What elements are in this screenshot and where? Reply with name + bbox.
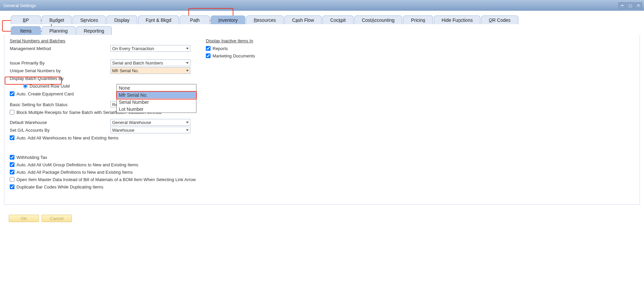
- inactive-heading: Display Inactive Items In: [206, 38, 253, 43]
- dup-barcode-check[interactable]: Duplicate Bar Codes While Duplicating It…: [10, 183, 198, 190]
- issue-by-combo[interactable]: Serial and Batch Numbers: [110, 59, 190, 66]
- unique-by-dropdown[interactable]: NoneMfr Serial No.Serial NumberLot Numbe…: [117, 84, 196, 113]
- unique-option[interactable]: Mfr Serial No.: [117, 91, 196, 98]
- subtab-items[interactable]: Items: [11, 26, 41, 35]
- right-column: Display Inactive Items In Reports Market…: [206, 37, 340, 59]
- tab-resources[interactable]: Resources: [246, 15, 284, 24]
- open-master-check[interactable]: Open Item Master Data Instead of Bill of…: [10, 176, 198, 183]
- items-panel: Serial Numbers and Batches Management Me…: [4, 35, 640, 205]
- tab-pricing[interactable]: Pricing: [403, 15, 433, 24]
- dropdown-arrow-icon: [186, 62, 189, 64]
- tab-bp[interactable]: BP: [11, 15, 41, 24]
- footer: OK Cancel: [4, 205, 640, 225]
- window-title: General Settings: [3, 3, 618, 8]
- set-gl-value: Warehouse: [112, 128, 134, 133]
- tab-qr[interactable]: QR Codes: [481, 15, 518, 24]
- sub-tab-row: ItemsPlanningReporting: [11, 26, 640, 35]
- reports-check[interactable]: Reports: [206, 45, 340, 52]
- unique-by-combo[interactable]: Mfr Serial No.: [110, 67, 190, 74]
- tab-cashflow[interactable]: Cash Flow: [284, 15, 322, 24]
- dropdown-arrow-icon: [186, 70, 189, 72]
- auto-pkg-check[interactable]: Auto. Add All Package Definitions to New…: [10, 168, 198, 176]
- main-tab-row: BPBudgetServicesDisplayFont & BkgdPathIn…: [11, 15, 640, 24]
- window-controls: ━ ▢ ✕: [618, 2, 642, 8]
- auto-uom-check[interactable]: Auto. Add All UoM Group Definitions to N…: [10, 161, 198, 168]
- default-wh-value: General Warehouse: [112, 120, 151, 125]
- unique-by-value: Mfr Serial No.: [112, 68, 139, 73]
- dropdown-arrow-icon: [186, 129, 189, 131]
- tab-hidefn[interactable]: Hide Functions: [434, 15, 480, 24]
- marketing-check[interactable]: Marketing Documents: [206, 52, 340, 59]
- default-wh-label: Default Warehouse: [10, 120, 110, 125]
- tab-path[interactable]: Path: [180, 15, 210, 24]
- tab-inventory[interactable]: Inventory: [211, 15, 245, 24]
- titlebar: General Settings ━ ▢ ✕: [0, 0, 644, 11]
- unique-option[interactable]: None: [117, 84, 196, 91]
- doc-row-uom-radio[interactable]: Document Row UoM: [23, 84, 70, 89]
- ok-button[interactable]: OK: [9, 215, 39, 222]
- mgmt-method-label: Management Method: [10, 46, 110, 51]
- auto-add-wh-check[interactable]: Auto. Add All Warehouses to New and Exis…: [10, 134, 198, 141]
- work-area: BPBudgetServicesDisplayFont & BkgdPathIn…: [0, 11, 644, 236]
- cancel-button[interactable]: Cancel: [42, 215, 72, 222]
- close-button[interactable]: ✕: [635, 2, 642, 8]
- maximize-button[interactable]: ▢: [627, 2, 634, 8]
- tab-budget[interactable]: Budget: [42, 15, 72, 24]
- issue-by-value: Serial and Batch Numbers: [112, 60, 163, 66]
- unique-by-label: Unique Serial Numbers by: [10, 68, 110, 73]
- withholding-check[interactable]: Withholding Tax: [10, 154, 198, 161]
- left-column: Serial Numbers and Batches Management Me…: [10, 37, 198, 190]
- subtab-reporting[interactable]: Reporting: [76, 26, 112, 35]
- tab-font[interactable]: Font & Bkgd: [138, 15, 179, 24]
- set-gl-label: Set G/L Accounts By: [10, 128, 110, 133]
- mgmt-method-combo[interactable]: On Every Transaction: [110, 45, 190, 52]
- minimize-button[interactable]: ━: [618, 2, 626, 8]
- tab-cockpit[interactable]: Cockpit: [322, 15, 353, 24]
- subtab-planning[interactable]: Planning: [42, 26, 76, 35]
- section-serial-heading: Serial Numbers and Batches: [10, 38, 65, 43]
- set-gl-combo[interactable]: Warehouse: [110, 127, 190, 133]
- basic-batch-label: Basic Setting for Batch Status: [10, 102, 110, 107]
- dropdown-arrow-icon: [186, 122, 189, 123]
- unique-option[interactable]: Lot Number: [117, 105, 196, 113]
- default-wh-combo[interactable]: General Warehouse: [110, 119, 190, 126]
- dropdown-arrow-icon: [186, 48, 189, 49]
- issue-by-label: Issue Primarily By: [10, 60, 110, 66]
- mgmt-method-value: On Every Transaction: [112, 46, 154, 51]
- tab-services[interactable]: Services: [73, 15, 106, 24]
- display-batch-label: Display Batch Quantities By: [10, 76, 110, 81]
- tab-display[interactable]: Display: [106, 15, 137, 24]
- tab-costacct[interactable]: Cost Accounting: [354, 15, 402, 24]
- unique-option[interactable]: Serial Number: [117, 98, 196, 105]
